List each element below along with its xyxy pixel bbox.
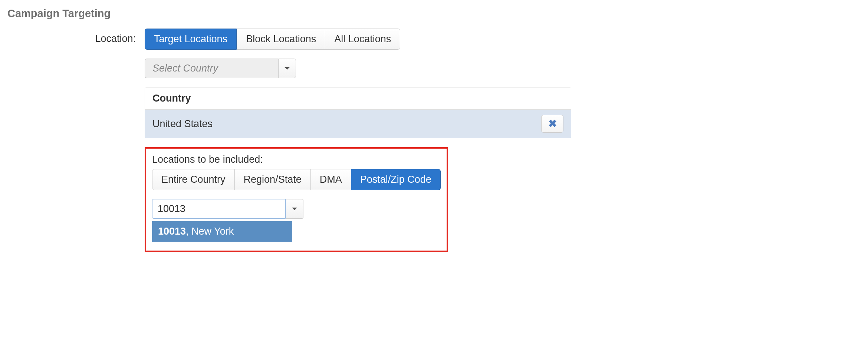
remove-country-button[interactable]: ✖ (541, 115, 563, 133)
location-label: Location: (7, 29, 145, 44)
country-panel: Country United States ✖ (145, 87, 571, 138)
country-row: United States ✖ (145, 110, 571, 138)
chevron-down-icon (285, 67, 290, 70)
include-label: Locations to be included: (152, 154, 441, 165)
suggestion-match: 10013 (158, 226, 186, 237)
location-mode-tabs: Target Locations Block Locations All Loc… (145, 29, 400, 50)
postal-search-input[interactable] (152, 199, 286, 219)
tab-dma[interactable]: DMA (311, 169, 351, 190)
close-icon: ✖ (548, 119, 557, 129)
location-content: Target Locations Block Locations All Loc… (145, 29, 861, 252)
include-scope-tabs: Entire Country Region/State DMA Postal/Z… (152, 169, 441, 190)
postal-combo-caret[interactable] (286, 199, 303, 219)
country-select-caret[interactable] (278, 59, 296, 78)
postal-combo: 10013, New York (152, 199, 303, 242)
country-select-placeholder[interactable]: Select Country (145, 59, 278, 78)
tab-target-locations[interactable]: Target Locations (145, 29, 237, 50)
tab-entire-country[interactable]: Entire Country (152, 169, 235, 190)
chevron-down-icon (292, 208, 297, 210)
tab-all-locations[interactable]: All Locations (325, 29, 400, 50)
tab-block-locations[interactable]: Block Locations (237, 29, 325, 50)
suggestion-rest: , New York (186, 226, 234, 237)
country-select[interactable]: Select Country (145, 59, 296, 78)
country-panel-header: Country (145, 87, 571, 110)
page-title: Campaign Targeting (7, 7, 861, 20)
country-name: United States (152, 118, 541, 130)
postal-combo-row (152, 199, 303, 219)
locations-include-box: Locations to be included: Entire Country… (145, 147, 448, 252)
tab-region-state[interactable]: Region/State (235, 169, 311, 190)
postal-suggestion-item[interactable]: 10013, New York (152, 221, 292, 242)
location-row: Location: Target Locations Block Locatio… (7, 29, 861, 252)
tab-postal-zip[interactable]: Postal/Zip Code (351, 169, 441, 190)
